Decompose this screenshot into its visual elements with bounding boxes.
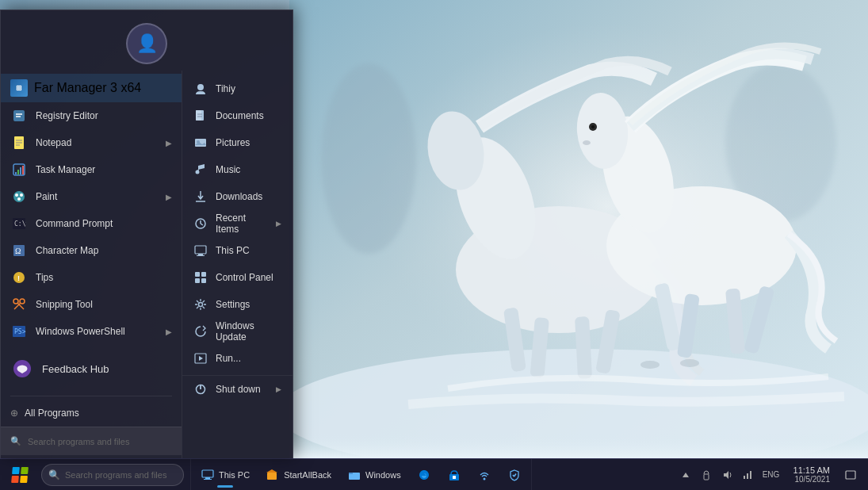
- documents-item[interactable]: Documents: [182, 102, 293, 129]
- svg-text:Ω: Ω: [15, 247, 21, 255]
- tihiy-item[interactable]: Tihiy: [182, 75, 293, 102]
- svg-rect-68: [198, 254, 203, 255]
- svg-rect-81: [204, 479, 212, 480]
- taskbar-startallback[interactable]: StartAllBack: [259, 461, 338, 489]
- taskbar-this-pc[interactable]: This PC: [194, 461, 256, 489]
- start-button[interactable]: [3, 461, 36, 489]
- powershell-label: Windows PowerShell: [36, 326, 125, 337]
- settings-icon: [193, 297, 208, 312]
- powershell-item[interactable]: PS> Windows PowerShell ▶: [1, 318, 182, 345]
- feedback-hub-label: Feedback Hub: [42, 363, 109, 375]
- paint-chevron: ▶: [166, 193, 172, 201]
- taskbar-edge[interactable]: [411, 461, 438, 489]
- svg-rect-59: [195, 139, 206, 147]
- svg-rect-25: [13, 110, 25, 121]
- taskbar-right: ENG 11:15 AM 10/5/2021: [670, 459, 868, 490]
- user-avatar[interactable]: 👤: [126, 23, 167, 64]
- task-manager-icon: [10, 161, 28, 178]
- music-item[interactable]: Music: [182, 156, 293, 183]
- svg-point-54: [197, 84, 204, 90]
- downloads-item[interactable]: Downloads: [182, 183, 293, 210]
- tips-item[interactable]: ! Tips: [1, 264, 182, 291]
- tray-lang[interactable]: ENG: [759, 462, 784, 488]
- svg-point-23: [640, 361, 660, 369]
- command-prompt-label: Command Prompt: [36, 218, 113, 229]
- windows-update-icon: [193, 324, 208, 339]
- downloads-icon: [193, 189, 208, 204]
- recent-items-item[interactable]: Recent Items ▶: [182, 210, 293, 237]
- command-prompt-item[interactable]: C:\> Command Prompt: [1, 210, 182, 237]
- taskbar-search[interactable]: 🔍 Search programs and files: [41, 464, 184, 486]
- svg-line-66: [201, 224, 203, 225]
- this-pc-right-label: This PC: [216, 245, 250, 256]
- settings-item[interactable]: Settings: [182, 291, 293, 318]
- character-map-item[interactable]: Ω Character Map: [1, 237, 182, 264]
- all-programs-expand-icon: ⊕: [10, 408, 18, 419]
- tray-volume-icon[interactable]: [717, 462, 736, 488]
- run-item[interactable]: Run...: [182, 345, 293, 372]
- recent-items-label: Recent Items: [216, 212, 268, 235]
- svg-point-40: [17, 197, 21, 201]
- svg-rect-70: [195, 272, 200, 277]
- taskbar-store[interactable]: [441, 461, 468, 489]
- svg-rect-71: [201, 272, 206, 277]
- start-search-bar[interactable]: 🔍 Search programs and files: [1, 427, 182, 455]
- all-programs-item[interactable]: ⊕ All Programs: [1, 400, 182, 427]
- windows-logo: [11, 467, 29, 483]
- snipping-tool-label: Snipping Tool: [36, 299, 93, 310]
- notification-button[interactable]: [839, 462, 862, 488]
- paint-item[interactable]: Paint ▶: [1, 183, 182, 210]
- task-manager-label: Task Manager: [36, 164, 95, 175]
- taskbar-clock[interactable]: 11:15 AM 10/5/2021: [787, 459, 836, 490]
- taskbar-search-icon: 🔍: [48, 469, 60, 480]
- notepad-item[interactable]: Notepad ▶: [1, 129, 182, 156]
- pictures-item[interactable]: Pictures: [182, 129, 293, 156]
- svg-rect-72: [195, 278, 200, 283]
- start-right-column: Tihiy Documents Pictures: [182, 71, 293, 458]
- control-panel-item[interactable]: Control Panel: [182, 264, 293, 291]
- svg-point-87: [483, 477, 485, 480]
- tray-security-icon[interactable]: [697, 462, 716, 488]
- tray-network-icon[interactable]: [738, 462, 757, 488]
- taskbar-pinned: This PC StartAllBack Windows: [190, 459, 532, 490]
- svg-rect-93: [744, 476, 745, 479]
- notepad-chevron: ▶: [166, 139, 172, 147]
- music-icon: [193, 163, 208, 177]
- taskbar-wifi[interactable]: [471, 461, 498, 489]
- command-prompt-icon: C:\>: [10, 215, 28, 232]
- far-manager-icon: ⊞: [10, 79, 28, 97]
- svg-rect-95: [750, 471, 751, 479]
- shutdown-chevron: ▶: [276, 385, 281, 393]
- svg-text:!: !: [17, 274, 20, 282]
- tips-label: Tips: [36, 272, 53, 283]
- settings-label: Settings: [216, 299, 250, 310]
- taskbar-search-placeholder: Search programs and files: [65, 470, 166, 480]
- task-manager-item[interactable]: Task Manager: [1, 156, 182, 183]
- shutdown-item[interactable]: Shut down ▶: [182, 375, 293, 402]
- tray-chevron[interactable]: [676, 462, 695, 488]
- svg-point-18: [583, 140, 591, 145]
- windows-update-item[interactable]: Windows Update: [182, 318, 293, 345]
- svg-rect-94: [747, 473, 748, 479]
- svg-rect-56: [196, 110, 201, 121]
- separator-1: [10, 396, 172, 396]
- svg-point-17: [591, 125, 595, 128]
- windows-folder-icon: [347, 468, 361, 482]
- svg-text:PS>: PS>: [14, 328, 26, 335]
- run-icon: [193, 351, 208, 366]
- tihiy-icon: [193, 82, 208, 96]
- far-manager-item[interactable]: ⊞ Far Manager 3 x64: [1, 74, 182, 102]
- taskbar-windows[interactable]: Windows: [341, 461, 407, 489]
- music-label: Music: [216, 164, 240, 175]
- snipping-tool-item[interactable]: Snipping Tool: [1, 291, 182, 318]
- recent-items-chevron: ▶: [276, 220, 281, 228]
- desktop-wallpaper: [289, 0, 868, 458]
- svg-rect-33: [15, 172, 17, 174]
- feedback-hub-item[interactable]: Feedback Hub: [1, 345, 182, 392]
- svg-rect-86: [453, 476, 456, 479]
- taskbar-security[interactable]: [501, 461, 528, 489]
- recent-items-icon: [193, 216, 208, 231]
- registry-editor-item[interactable]: Registry Editor: [1, 102, 182, 129]
- this-pc-right-item[interactable]: This PC: [182, 237, 293, 264]
- downloads-label: Downloads: [216, 191, 262, 202]
